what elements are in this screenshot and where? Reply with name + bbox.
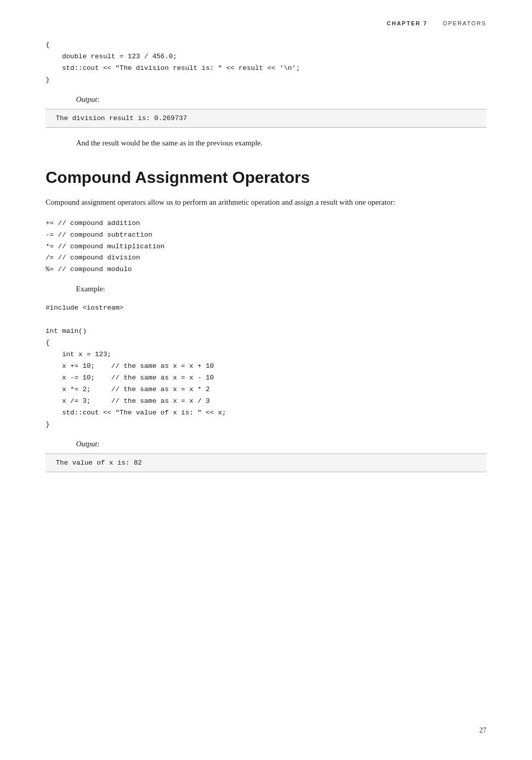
prose-1: And the result would be the same as in t… <box>76 137 486 149</box>
page: CHAPTER 7 OPERATORS { double result = 12… <box>0 0 532 760</box>
example-label: Example: <box>76 285 486 293</box>
prose-2: Compound assignment operators allow us t… <box>46 196 486 209</box>
example-code-block: #include <iostream> int main() { int x =… <box>46 302 486 430</box>
output-label-2: Output: <box>76 440 486 448</box>
page-header: CHAPTER 7 OPERATORS <box>387 20 486 26</box>
output-label-1: Output: <box>76 95 486 104</box>
section-title: Compound Assignment Operators <box>46 168 486 187</box>
intro-code-block: { double result = 123 / 456.0; std::cout… <box>46 40 486 86</box>
output-box-1: The division result is: 0.269737 <box>46 109 486 128</box>
page-number: 27 <box>479 727 486 735</box>
output-box-2: The value of x is: 82 <box>46 453 486 472</box>
operators-code-block: += // compound addition -= // compound s… <box>46 218 486 276</box>
header-section: OPERATORS <box>443 20 486 26</box>
header-chapter: CHAPTER 7 <box>387 20 427 26</box>
